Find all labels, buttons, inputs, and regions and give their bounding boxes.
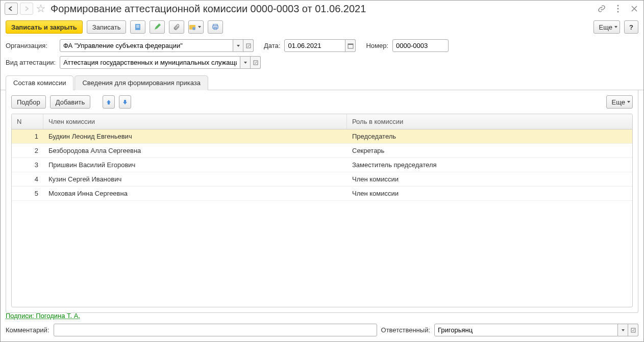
table-row[interactable]: 5Моховая Инна СергеевнаЧлен комиссии	[12, 187, 632, 201]
type-label: Вид аттестации:	[6, 59, 56, 66]
more-label: Еще	[599, 23, 612, 31]
org-combo	[60, 39, 254, 52]
date-combo	[284, 39, 356, 52]
signature-text: Подписи: Погодина Т. А.	[6, 312, 80, 320]
comment-label: Комментарий:	[6, 326, 49, 334]
responsible-combo	[434, 324, 638, 336]
svg-rect-6	[136, 27, 139, 28]
tab-composition-label: Состав комиссии	[13, 79, 66, 87]
commission-table: N Член комиссии Роль в комиссии 1Будкин …	[11, 114, 633, 307]
arrow-left-icon	[8, 6, 14, 11]
org-dropdown-button[interactable]	[233, 39, 243, 52]
table-header: N Член комиссии Роль в комиссии	[12, 114, 632, 129]
cell-member: Будкин Леонид Евгеньевич	[43, 129, 347, 143]
col-role[interactable]: Роль в комиссии	[347, 114, 632, 129]
org-open-button[interactable]	[243, 39, 254, 52]
table-row[interactable]: 1Будкин Леонид ЕвгеньевичПредседатель	[12, 129, 632, 144]
form-row-1: Организация: Дата: Номер:	[1, 37, 643, 54]
responsible-input[interactable]	[434, 324, 618, 336]
comment-input[interactable]	[54, 324, 377, 336]
nav-back-button[interactable]	[5, 3, 18, 15]
num-input[interactable]	[392, 39, 449, 52]
tab-order-info[interactable]: Сведения для формирования приказа	[75, 75, 208, 90]
tab-order-info-label: Сведения для формирования приказа	[82, 79, 201, 87]
svg-point-2	[617, 11, 619, 13]
paperclip-icon	[173, 23, 180, 31]
composition-pane: Подбор Добавить Еще N Член комиссии Роль…	[6, 90, 638, 313]
cell-n: 1	[12, 129, 43, 143]
num-label: Номер:	[366, 42, 388, 49]
svg-rect-5	[136, 26, 139, 27]
date-calendar-button[interactable]	[345, 39, 356, 52]
signature-link[interactable]: Подписи: Погодина Т. А.	[6, 312, 80, 320]
org-input[interactable]	[60, 39, 233, 52]
svg-point-8	[192, 27, 195, 30]
arrow-down-icon	[122, 99, 128, 105]
cell-member: Безбородова Алла Сергеевна	[43, 144, 347, 157]
move-down-button[interactable]	[119, 95, 131, 109]
table-row[interactable]: 2Безбородова Алла СергеевнаСекретарь	[12, 144, 632, 158]
svg-point-1	[617, 8, 619, 10]
titlebar: Формирование аттестационной комиссии 000…	[1, 1, 643, 17]
save-close-label: Записать и закрыть	[11, 23, 77, 31]
tabs: Состав комиссии Сведения для формировани…	[1, 71, 643, 90]
table-body: 1Будкин Леонид ЕвгеньевичПредседатель2Бе…	[12, 129, 632, 201]
pane-more-label: Еще	[612, 98, 625, 106]
add-button[interactable]: Добавить	[50, 95, 90, 109]
post-button[interactable]	[130, 20, 145, 34]
favorite-star-icon[interactable]	[35, 3, 46, 14]
move-up-button[interactable]	[103, 95, 115, 109]
kebab-menu-icon[interactable]	[613, 4, 623, 14]
help-button[interactable]: ?	[624, 20, 638, 34]
printer-icon	[212, 23, 219, 31]
pick-label: Подбор	[17, 98, 40, 106]
cell-role: Член комиссии	[347, 172, 632, 186]
responsible-dropdown-button[interactable]	[618, 324, 628, 336]
cell-n: 3	[12, 158, 43, 172]
calendar-icon	[348, 43, 354, 49]
close-icon[interactable]	[629, 4, 639, 14]
type-dropdown-button[interactable]	[240, 56, 251, 69]
svg-rect-14	[348, 44, 353, 45]
open-icon	[253, 60, 258, 65]
svg-point-0	[617, 5, 619, 7]
window: Формирование аттестационной комиссии 000…	[0, 0, 644, 342]
cell-role: Член комиссии	[347, 187, 632, 200]
type-open-button[interactable]	[251, 56, 261, 69]
cell-role: Заместитель председателя	[347, 158, 632, 172]
type-input[interactable]	[60, 56, 240, 69]
col-member[interactable]: Член комиссии	[43, 114, 347, 129]
main-toolbar: Записать и закрыть Записать Еще ?	[1, 17, 643, 37]
print-button[interactable]	[208, 20, 223, 34]
svg-rect-11	[214, 28, 217, 30]
more-button[interactable]: Еще	[593, 20, 620, 34]
attachment-button[interactable]	[169, 20, 184, 34]
page-title: Формирование аттестационной комиссии 000…	[51, 3, 595, 15]
cell-n: 4	[12, 172, 43, 186]
cell-member: Моховая Инна Сергеевна	[43, 187, 347, 200]
pen-icon	[154, 23, 161, 31]
date-input[interactable]	[284, 39, 345, 52]
cell-member: Кузин Сергей Иванович	[43, 172, 347, 186]
pane-more-button[interactable]: Еще	[606, 95, 633, 109]
responsible-label: Ответственный:	[381, 326, 430, 334]
manage-button[interactable]	[188, 20, 204, 34]
nav-forward-button	[20, 3, 33, 15]
create-based-button[interactable]	[150, 20, 165, 34]
save-button[interactable]: Записать	[87, 20, 127, 34]
link-icon[interactable]	[597, 4, 607, 14]
document-icon	[134, 23, 141, 31]
add-label: Добавить	[56, 98, 85, 106]
col-n[interactable]: N	[12, 114, 43, 129]
type-combo	[60, 56, 261, 69]
num-field	[392, 39, 449, 52]
footer: Подписи: Погодина Т. А. Комментарий: Отв…	[1, 309, 643, 341]
responsible-open-button[interactable]	[628, 324, 638, 336]
arrow-up-icon	[106, 99, 112, 105]
pick-button[interactable]: Подбор	[11, 95, 46, 109]
save-close-button[interactable]: Записать и закрыть	[6, 20, 83, 34]
table-row[interactable]: 4Кузин Сергей ИвановичЧлен комиссии	[12, 172, 632, 187]
table-row[interactable]: 3Пришвин Василий ЕгоровичЗаместитель пре…	[12, 158, 632, 172]
open-icon	[631, 328, 636, 333]
tab-composition[interactable]: Состав комиссии	[6, 75, 73, 90]
